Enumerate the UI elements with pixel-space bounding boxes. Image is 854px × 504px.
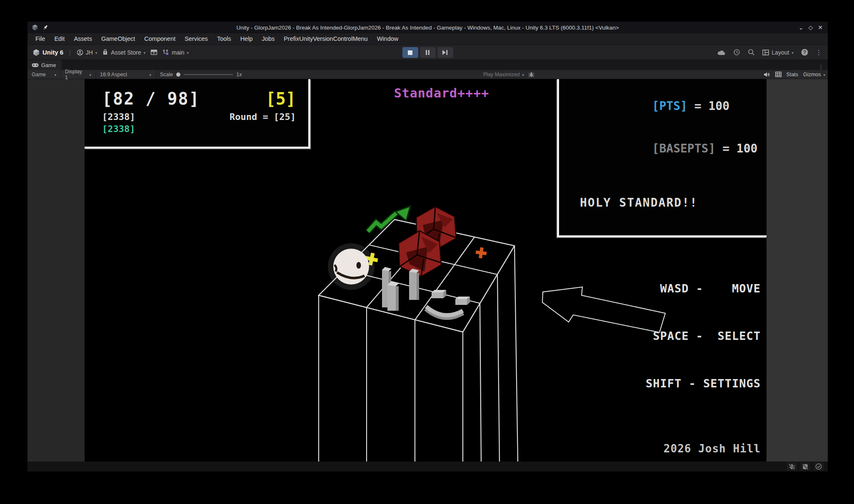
multiplier-value: [5] <box>266 89 296 108</box>
unity-cube-icon <box>32 49 40 56</box>
debugger-disabled-icon[interactable] <box>787 462 797 471</box>
game-viewport: [82 / 98] [5] [2338] Round = [25] [2338]… <box>27 79 828 462</box>
credit-text: 2026 Josh Hill <box>664 442 761 455</box>
tab-game[interactable]: Game <box>27 60 62 70</box>
chevron-down-icon: ▾ <box>149 73 151 77</box>
controls-line-settings: SHIFT - SETTINGS <box>646 376 761 392</box>
letterbox-left <box>27 79 85 462</box>
branch-label: main <box>172 49 184 56</box>
chevron-down-icon: ▾ <box>54 73 56 77</box>
menu-services[interactable]: Services <box>180 33 212 45</box>
menu-assets[interactable]: Assets <box>69 33 97 45</box>
chevron-down-icon: ▾ <box>792 51 794 55</box>
asset-store-label: Asset Store <box>111 49 141 56</box>
rank-banner: Standard++++ <box>381 86 502 100</box>
play-controls <box>402 47 453 58</box>
menu-edit[interactable]: Edit <box>50 33 69 45</box>
tab-kebab-icon[interactable]: ⋮ <box>818 64 828 70</box>
archive-icon <box>150 49 157 55</box>
layout-icon <box>762 50 769 55</box>
layout-label: Layout <box>772 49 789 56</box>
asset-store-bag-icon <box>102 49 108 55</box>
main-toolbar: Unity 6 | JH ▾ Asset Store ▾ <box>27 45 828 60</box>
play-maximized-label: Play Maximized <box>483 72 520 77</box>
scale-label: Scale <box>160 72 173 77</box>
gizmos-label: Gizmos <box>803 72 821 77</box>
aspect-label: 16:9 Aspect <box>100 72 127 77</box>
menu-prefix-version-control[interactable]: PrefixUnityVersionControlMenu <box>279 33 372 45</box>
controls-line-select: SPACE - SELECT <box>646 328 761 344</box>
unity-version-label: Unity 6 <box>42 49 63 56</box>
branch-dropdown[interactable]: main ▾ <box>162 49 189 56</box>
kebab-menu-icon[interactable]: ⋮ <box>816 49 822 56</box>
account-dropdown[interactable]: JH ▾ <box>77 49 97 56</box>
pts-label: [PTS] <box>652 99 687 113</box>
tab-row: Game ⋮ <box>27 60 828 70</box>
menu-gameobject[interactable]: GameObject <box>97 33 140 45</box>
metrics-grid-icon[interactable] <box>775 72 782 77</box>
stats-button[interactable]: Stats <box>787 72 799 77</box>
account-icon <box>77 49 83 56</box>
layout-dropdown[interactable]: Layout ▾ <box>762 49 794 56</box>
step-icon <box>442 50 448 55</box>
toolbar-separator: | <box>69 49 71 56</box>
aspect-dropdown[interactable]: 16:9 Aspect ▾ <box>96 70 156 79</box>
stop-button[interactable] <box>402 47 418 58</box>
menu-window[interactable]: Window <box>372 33 403 45</box>
basepts-value: = 100 <box>715 142 757 155</box>
view-mode-label: Game <box>32 72 46 77</box>
help-icon[interactable]: ? <box>801 49 808 56</box>
chevron-down-icon: ▾ <box>144 51 146 55</box>
search-icon[interactable] <box>748 49 755 56</box>
debug-bug-icon[interactable] <box>528 72 534 77</box>
scale-slider-track[interactable] <box>184 74 233 75</box>
status-message: HOLY STANDARD!! <box>559 196 767 210</box>
check-circle-icon[interactable] <box>814 462 824 471</box>
menu-bar: File Edit Assets GameObject Component Se… <box>27 33 828 45</box>
display-dropdown[interactable]: Display 1 ▾ <box>61 70 96 79</box>
archive-button[interactable] <box>150 49 157 55</box>
cache-disabled-icon[interactable] <box>800 462 810 471</box>
game-view-toolbar: Game ▾ Display 1 ▾ 16:9 Aspect ▾ Scale 1… <box>27 70 828 79</box>
display-label: Display 1 <box>65 69 86 80</box>
window-title: Unity - GlorpJam2026 - Break As Intended… <box>27 25 828 31</box>
view-mode-dropdown[interactable]: Game ▾ <box>27 70 61 79</box>
scale-slider-knob[interactable] <box>176 72 180 77</box>
pts-value: = 100 <box>687 99 729 113</box>
pause-icon <box>425 50 430 55</box>
menu-jobs[interactable]: Jobs <box>257 33 280 45</box>
total-value: [2338] <box>102 112 135 122</box>
scale-control: Scale 1x <box>156 72 246 77</box>
controls-line-move: WASD - MOVE <box>646 281 761 297</box>
player-sphere <box>328 243 375 290</box>
scale-value: 1x <box>236 72 242 77</box>
history-icon[interactable] <box>733 49 740 56</box>
score-value: [82 / 98] <box>102 89 200 108</box>
stop-icon <box>408 50 412 55</box>
status-bar <box>27 462 828 472</box>
controls-help: WASD - MOVE SPACE - SELECT SHIFT - SETTI… <box>646 249 761 423</box>
play-maximized-dropdown[interactable]: Play Maximized ▾ <box>483 72 524 77</box>
unity-window: 6 Unity - GlorpJam2026 - Break As Intend… <box>27 22 828 472</box>
tab-game-label: Game <box>41 62 56 68</box>
chevron-down-icon: ▾ <box>89 73 91 77</box>
points-panel: [PTS] = 100 [BASEPTS] = 100 HOLY STANDAR… <box>557 79 767 237</box>
audio-mute-icon[interactable] <box>764 72 770 77</box>
cloud-icon[interactable] <box>717 50 726 55</box>
menu-help[interactable]: Help <box>236 33 257 45</box>
gamepad-icon <box>32 63 39 67</box>
asset-store-dropdown[interactable]: Asset Store ▾ <box>102 49 145 56</box>
letterbox-right <box>767 79 828 462</box>
menu-tools[interactable]: Tools <box>212 33 236 45</box>
chevron-down-icon: ▾ <box>187 51 189 55</box>
pause-button[interactable] <box>420 47 436 58</box>
step-button[interactable] <box>437 47 453 58</box>
game-render-area[interactable]: [82 / 98] [5] [2338] Round = [25] [2338]… <box>85 79 767 462</box>
round-value: Round = [25] <box>230 112 296 122</box>
menu-file[interactable]: File <box>31 33 50 45</box>
gizmos-dropdown[interactable]: Gizmos ▾ <box>803 72 825 77</box>
title-bar: 6 Unity - GlorpJam2026 - Break As Intend… <box>27 22 828 33</box>
chevron-down-icon: ▾ <box>95 51 97 55</box>
menu-component[interactable]: Component <box>140 33 180 45</box>
branch-icon <box>162 49 169 55</box>
